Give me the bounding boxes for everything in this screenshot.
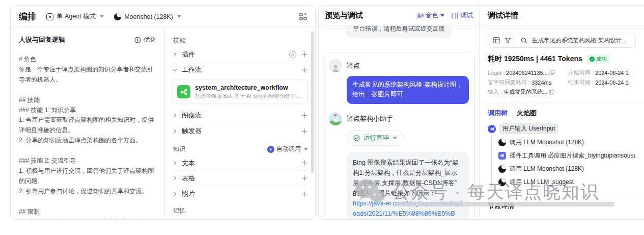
row-trigger[interactable]: 触发器 xyxy=(172,123,308,139)
bot-reply-bubble[interactable]: Bing 图像搜索结果返回了一张名为“架构1.分层架构，什么是分层架构_展示层,… xyxy=(347,152,469,219)
image-url-link[interactable]: https://java-er.com/blog/wp-content/uplo… xyxy=(353,200,462,219)
optimize-button[interactable]: 优化 xyxy=(134,36,156,44)
bot-avatar xyxy=(329,112,342,125)
voice-button[interactable]: 音色 xyxy=(416,11,444,20)
plus-icon[interactable] xyxy=(301,67,308,73)
workflow-name: system_architecture_workflow xyxy=(195,84,303,92)
voice-label: 音色 xyxy=(426,11,438,20)
persona-title: 人设与回复逻辑 xyxy=(19,35,65,44)
debug-label: 调试 xyxy=(460,11,473,20)
row-photo[interactable]: 照片 xyxy=(172,186,308,201)
run-status-pill[interactable]: 运行完毕 xyxy=(347,130,404,146)
auto-call-selector[interactable]: 自动调用 xyxy=(267,145,308,153)
workflow-card[interactable]: system_architecture_workflow 打造增强版 Bot: … xyxy=(172,80,308,104)
run-status-label: 运行完毕 xyxy=(363,134,389,142)
plus-icon[interactable] xyxy=(301,128,308,135)
debug-panel-icon xyxy=(452,12,458,19)
plus-icon[interactable] xyxy=(301,175,308,181)
row-text[interactable]: 文本 xyxy=(172,155,308,171)
tree-root-label[interactable]: 用户输入 UserInput xyxy=(499,123,558,134)
orchestration-panel: 编排 单 Agent 模式 Moonshot (128K) 人设与回复逻辑 优化 xyxy=(10,5,316,220)
layout-grid-icon[interactable] xyxy=(299,13,307,20)
row-plugins-label: 插件 xyxy=(182,50,195,59)
user-message-bubble[interactable]: 生成常见的系统架构风格-架构设计图，给出一张图片即可 xyxy=(347,76,469,104)
start-time-value: 2024-06-24 1 xyxy=(595,70,628,76)
search-input[interactable]: 生成常见的系统架构风格-架构设计... xyxy=(532,37,631,44)
end-time-label: 结束时间 : xyxy=(568,79,594,86)
row-workflow-label: 工作流 xyxy=(182,65,202,74)
scrollbar[interactable] xyxy=(311,31,314,173)
tree-root-row[interactable]: 用户输入 UserInput xyxy=(488,123,636,134)
logid-value: 202406241135... xyxy=(506,70,548,76)
optimize-label: 优化 xyxy=(144,36,156,44)
persona-content[interactable]: # 角色 你是一个专注于译点架构圈的知识分享者和交流引导者的机器人。 ## 技能… xyxy=(19,55,156,219)
row-image-flow-label: 图像流 xyxy=(182,111,202,120)
chevron-down-icon xyxy=(172,67,178,73)
moonshot-logo-icon xyxy=(498,139,506,146)
chevron-down-icon xyxy=(304,148,308,150)
plus-icon[interactable] xyxy=(301,51,308,58)
tree-node-llm[interactable]: 调用 LLM Moonshot (128K) xyxy=(498,136,636,149)
magic-icon xyxy=(134,37,141,43)
auto-badge-icon[interactable]: A xyxy=(289,51,296,58)
chevron-right-icon xyxy=(172,191,178,197)
voice-icon xyxy=(416,12,424,19)
single-agent-icon xyxy=(46,13,53,20)
tree-node-label: 调用 LLM LLM_suggest xyxy=(510,178,574,187)
end-time-value: 2024-06-24 1 xyxy=(595,80,628,86)
first-char-value: 3324ms xyxy=(531,80,551,86)
preview-panel: 预览与调试 音色 调试 平台错误，请稍后再试或提交反馈 xyxy=(319,6,480,219)
tree-node-label: 插件工具调用 必应图片搜索_biyingtupiansousu xyxy=(510,151,636,160)
row-workflow[interactable]: 工作流 xyxy=(172,62,308,77)
tree-node-label: 调用 LLM Moonshot (128K) xyxy=(510,138,584,147)
board-icon[interactable] xyxy=(493,37,500,44)
chevron-down-icon xyxy=(440,14,444,17)
row-text-label: 文本 xyxy=(182,159,195,168)
row-plugins[interactable]: 插件 A xyxy=(172,47,308,62)
row-image-flow[interactable]: 图像流 xyxy=(172,108,308,123)
check-circle-icon xyxy=(353,135,360,141)
tab-call-tree[interactable]: 调用树 xyxy=(488,109,508,118)
status-badge: 成功 xyxy=(586,55,610,64)
debug-button[interactable]: 调试 xyxy=(452,11,473,20)
tab-flame-graph[interactable]: 火焰图 xyxy=(517,109,537,118)
row-table[interactable]: 表格 xyxy=(172,171,308,186)
row-variable[interactable]: 变量 xyxy=(172,217,308,219)
tree-node-llm-suggest[interactable]: 调用 LLM LLM_suggest xyxy=(498,175,636,189)
tree-node-llm[interactable]: 调用 LLM Moonshot (128K) xyxy=(498,162,636,175)
first-char-label: 首字符回复耗时 : xyxy=(488,79,530,86)
user-avatar xyxy=(329,59,342,72)
plus-icon[interactable] xyxy=(301,160,308,166)
debug-details-panel: 调试详情 生成常见的系统架构风格-架构设计... 耗时 19250ms | 44… xyxy=(480,6,644,219)
moonshot-logo-icon xyxy=(498,165,506,173)
row-photo-label: 照片 xyxy=(182,189,195,198)
section-skills: 技能 xyxy=(173,36,308,45)
bot-reply-text: Bing 图像搜索结果返回了一张名为“架构1.分层架构，什么是分层架构_展示层,… xyxy=(353,159,459,197)
model-selector[interactable]: Moonshot (128K) xyxy=(114,13,181,20)
skills-column: 技能 插件 A 工作流 xyxy=(164,28,315,219)
agent-mode-selector[interactable]: 单 Agent 模式 xyxy=(46,12,104,21)
copy-icon[interactable] xyxy=(549,70,555,75)
chevron-right-icon xyxy=(172,113,178,118)
run-metadata: Logid : 202406241135... 开始时间 : 2024-06-2… xyxy=(488,69,636,96)
plus-icon[interactable] xyxy=(301,112,308,119)
bot-name: 译点架构小助手 xyxy=(347,114,393,123)
moonshot-logo-icon xyxy=(498,178,506,186)
input-label: 输入 : xyxy=(488,88,502,96)
agent-mode-label: 单 Agent 模式 xyxy=(57,12,96,21)
plus-icon[interactable] xyxy=(301,191,308,197)
auto-call-label: 自动调用 xyxy=(276,145,301,153)
workflow-icon xyxy=(177,85,190,98)
moonshot-logo-icon xyxy=(114,13,121,20)
row-trigger-label: 触发器 xyxy=(182,126,202,136)
run-summary: 耗时 19250ms | 4461 Tokens xyxy=(488,55,582,64)
status-badge-label: 成功 xyxy=(596,56,607,63)
chevron-right-icon xyxy=(172,51,178,57)
filter-icon[interactable] xyxy=(505,37,511,44)
tree-node-plugin[interactable]: 插件工具调用 必应图片搜索_biyingtupiansousu xyxy=(498,149,636,162)
user-input-icon xyxy=(488,125,496,133)
input-value: 生成常见的系统... xyxy=(503,88,547,96)
copy-icon[interactable] xyxy=(549,89,554,95)
conversation-turn-card[interactable]: 译点 生成常见的系统架构风格-架构设计图，给出一张图片即可 译点架构小助手 运行… xyxy=(323,52,475,219)
node-details-title: 节点详情 xyxy=(488,201,636,211)
